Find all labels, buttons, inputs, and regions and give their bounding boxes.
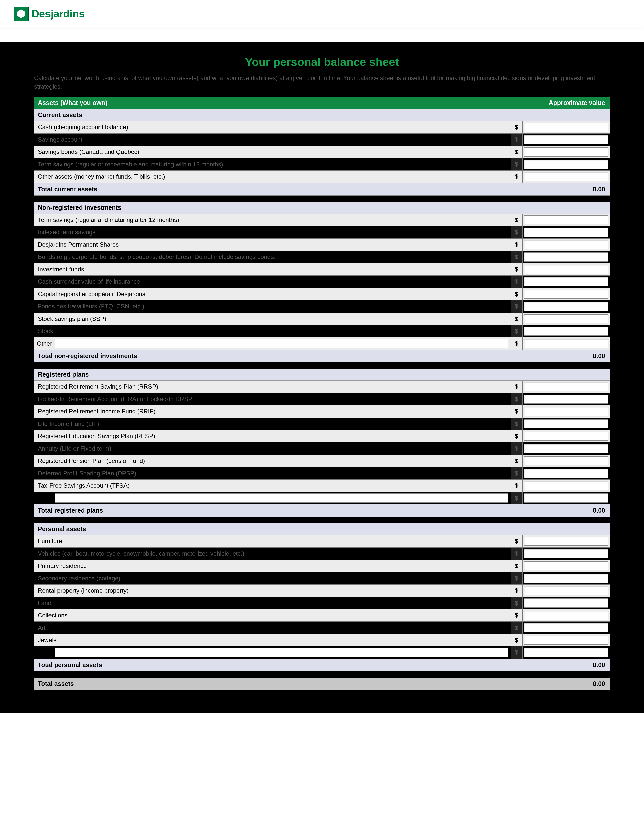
current-row-4: Other assets (money market funds, T-bill… <box>34 170 610 183</box>
current-input-1[interactable] <box>524 135 609 144</box>
personal-total: Total personal assets 0.00 <box>34 659 610 671</box>
current-row-0: Cash (chequing account balance) $ <box>34 121 610 133</box>
reg-input-6[interactable] <box>524 457 609 465</box>
nonreg-input-8[interactable] <box>524 314 609 323</box>
current-input-2[interactable] <box>524 148 609 156</box>
personal-other-row: Other $ <box>34 646 610 659</box>
pers-input-1[interactable] <box>524 549 609 558</box>
personal-other-label-input[interactable] <box>55 648 508 657</box>
current-total: Total current assets 0.00 <box>34 183 610 196</box>
reg-input-8[interactable] <box>524 481 609 490</box>
reg-input-1[interactable] <box>524 394 609 404</box>
reg-input-5[interactable] <box>524 444 609 453</box>
pers-input-7[interactable] <box>524 623 609 632</box>
pers-input-0[interactable] <box>524 537 609 546</box>
registered-other-label-input[interactable] <box>55 494 508 503</box>
nonreg-input-2[interactable] <box>524 240 609 249</box>
assets-header-right: Approximate value <box>509 97 610 109</box>
nonreg-input-9[interactable] <box>524 326 609 336</box>
pers-input-3[interactable] <box>524 574 609 583</box>
reg-input-7[interactable] <box>524 469 609 478</box>
pers-input-8[interactable] <box>524 635 609 645</box>
pers-input-2[interactable] <box>524 561 609 571</box>
content-area: Your personal balance sheet Calculate yo… <box>0 42 644 713</box>
page-title: Your personal balance sheet <box>34 56 610 69</box>
nonreg-input-3[interactable] <box>524 252 609 262</box>
pers-input-4[interactable] <box>524 586 609 595</box>
nonreg-total: Total non-registered investments 0.00 <box>34 350 610 362</box>
current-row-2: Savings bonds (Canada and Quebec) $ <box>34 146 610 158</box>
nonreg-input-4[interactable] <box>524 265 609 274</box>
current-row-1: Savings account $ <box>34 133 610 146</box>
nonreg-subheader: Non-registered investments <box>34 202 610 214</box>
nonreg-input-0[interactable] <box>524 215 609 224</box>
logo: Desjardins <box>14 6 85 21</box>
nonreg-input-1[interactable] <box>524 228 609 237</box>
assets-header: Assets (What you own) Approximate value <box>34 96 610 109</box>
registered-subheader: Registered plans <box>34 368 610 381</box>
current-input-0[interactable] <box>524 123 609 132</box>
current-row-3: Term savings (regular or redeemable and … <box>34 158 610 170</box>
reg-input-0[interactable] <box>524 382 609 391</box>
intro-text: Calculate your net worth using a list of… <box>34 74 610 91</box>
nonreg-other-row: Other $ <box>34 338 610 350</box>
assets-header-left: Assets (What you own) <box>34 97 509 109</box>
nonreg-other-value-input[interactable] <box>524 339 609 348</box>
reg-input-3[interactable] <box>524 419 609 428</box>
current-input-3[interactable] <box>524 160 609 169</box>
reg-input-2[interactable] <box>524 407 609 416</box>
reg-input-4[interactable] <box>524 432 609 441</box>
current-subheader: Current assets <box>34 109 610 121</box>
registered-other-row: Other $ <box>34 492 610 504</box>
registered-other-value-input[interactable] <box>524 494 609 503</box>
nonreg-input-7[interactable] <box>524 302 609 311</box>
current-input-4[interactable] <box>524 172 609 181</box>
personal-subheader: Personal assets <box>34 523 610 535</box>
logo-text: Desjardins <box>32 8 85 20</box>
logo-icon <box>14 6 29 21</box>
nonreg-input-6[interactable] <box>524 289 609 299</box>
pers-input-5[interactable] <box>524 598 609 608</box>
registered-total: Total registered plans 0.00 <box>34 504 610 517</box>
nonreg-other-label-input[interactable] <box>55 339 508 348</box>
pers-input-6[interactable] <box>524 611 609 620</box>
grand-total: Total assets 0.00 <box>34 677 610 690</box>
personal-other-value-input[interactable] <box>524 648 609 657</box>
site-header: Desjardins <box>0 0 644 28</box>
nonreg-input-5[interactable] <box>524 277 609 286</box>
